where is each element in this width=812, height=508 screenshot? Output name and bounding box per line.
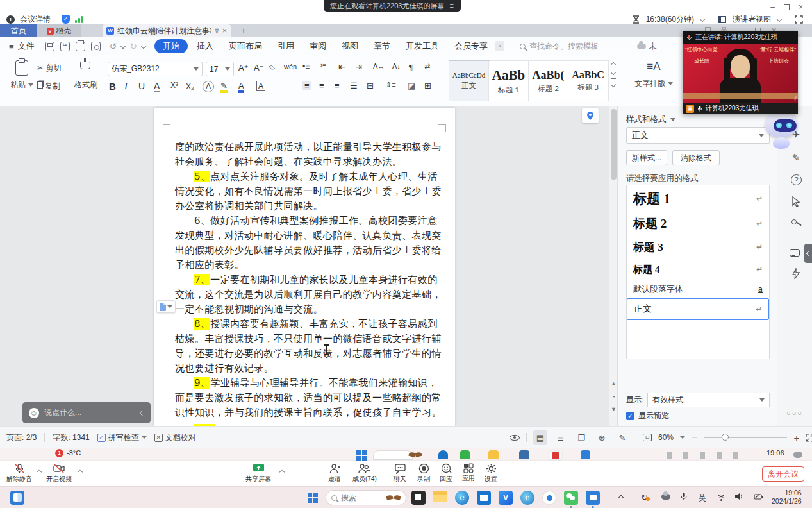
paste-button[interactable]: 粘贴	[6, 60, 37, 90]
bold-icon[interactable]: B	[109, 81, 116, 92]
collapse-panel-handle[interactable]	[804, 244, 812, 263]
key-icon[interactable]	[791, 219, 797, 224]
numbered-list-icon[interactable]: ¹≡	[320, 62, 326, 69]
share-screen-button[interactable]: 共享屏幕	[245, 463, 271, 484]
ms-store-icon[interactable]	[477, 491, 491, 505]
clear-format-icon[interactable]: ▱	[267, 62, 278, 73]
italic-icon[interactable]: I	[124, 81, 128, 92]
character-scale-icon[interactable]: A↔	[373, 62, 385, 70]
tab-home[interactable]: 首页	[0, 24, 37, 37]
mic-options-chevron[interactable]	[37, 470, 42, 475]
volume-icon[interactable]	[734, 493, 743, 502]
edit-pencil-icon[interactable]: ✎	[790, 151, 802, 164]
collapse-chat-icon[interactable]	[140, 410, 145, 415]
font-name-select[interactable]: 仿宋_GB2312	[108, 62, 203, 76]
read-layout-icon[interactable]: ❐	[574, 430, 588, 444]
align-center-icon[interactable]: ≡	[319, 81, 324, 90]
ribbon-tab-会员专享[interactable]: 会员专享	[448, 39, 494, 53]
ribbon-tab-开发工具[interactable]: 开发工具	[399, 39, 445, 53]
members-button[interactable]: 成员(74)	[352, 463, 377, 484]
leave-meeting-button[interactable]: 离开会议	[762, 466, 804, 482]
record-button[interactable]: 录制	[417, 463, 430, 484]
video-options-chevron[interactable]	[78, 470, 83, 475]
text-effects-icon[interactable]: A	[203, 81, 214, 92]
current-style-select[interactable]: 正文	[626, 127, 770, 144]
more-tabs-badge[interactable]: ›	[495, 41, 504, 51]
meeting-quick-chat[interactable]: ☺ 说点什么...	[22, 402, 151, 423]
close-icon[interactable]: ×	[799, 3, 803, 12]
zoom-slider-thumb[interactable]	[722, 434, 729, 441]
print-icon[interactable]	[76, 42, 85, 51]
redo-icon[interactable]: ↻	[129, 41, 137, 51]
shading-icon[interactable]: ◪	[408, 81, 415, 90]
ribbon-tab-引用[interactable]: 引用	[271, 39, 301, 53]
skills-icon[interactable]	[791, 268, 801, 280]
save-icon[interactable]	[45, 42, 54, 51]
show-preview-checkbox[interactable]: ✓	[626, 412, 634, 420]
scrollbar-thumb[interactable]	[611, 109, 617, 180]
font-size-select[interactable]: 17	[206, 62, 234, 76]
remote-search-fragment[interactable]	[373, 450, 413, 460]
word-count[interactable]: 字数: 1341	[53, 432, 89, 443]
ribbon-tab-插入[interactable]: 插入	[190, 39, 220, 53]
sync-tray-icon[interactable]: ↻	[641, 493, 648, 502]
remote-app-fragment[interactable]	[460, 450, 470, 459]
eye-protection-icon[interactable]	[510, 435, 520, 441]
ribbon-tab-页面布局[interactable]: 页面布局	[222, 39, 269, 53]
decrease-font-icon[interactable]: A⁻	[254, 63, 264, 72]
increase-font-icon[interactable]: A⁺	[238, 63, 249, 72]
style-item-默认段落字体[interactable]: 默认段落字体a	[627, 280, 769, 298]
widgets-icon[interactable]	[10, 491, 24, 505]
mic-tray-icon[interactable]	[681, 493, 687, 503]
maximize-icon[interactable]	[784, 4, 790, 10]
select-cursor-icon[interactable]	[791, 196, 800, 207]
tab-docer[interactable]: V 稻壳	[37, 24, 81, 37]
page-view-icon[interactable]: ▤	[533, 430, 547, 444]
wechat-icon[interactable]	[564, 491, 578, 505]
style-item-标题 3[interactable]: 标题 3↵	[627, 235, 769, 258]
pinyin-guide-icon[interactable]: wén	[284, 63, 297, 71]
scroll-down-page-icon[interactable]: ▼	[609, 404, 617, 414]
share-options-chevron[interactable]	[279, 470, 285, 475]
meeting-timer[interactable]: 16:38(60分钟)	[646, 14, 694, 25]
remote-start-fragment[interactable]	[356, 450, 367, 461]
ribbon-tab-章节[interactable]: 章节	[367, 39, 397, 53]
style-item-标题 1[interactable]: 标题 1↵	[627, 185, 769, 212]
remote-app-fragment[interactable]	[438, 450, 448, 459]
file-menu[interactable]: ≡文件	[9, 40, 35, 52]
remote-app-fragment[interactable]	[581, 450, 590, 459]
gallery-up-icon[interactable]	[611, 62, 616, 67]
fullscreen-doc-icon[interactable]	[806, 434, 812, 442]
wps-ai-robot[interactable]	[761, 110, 801, 153]
sort-icon[interactable]: A↓	[392, 62, 401, 70]
tab-document[interactable]: W 红领巾云端陪伴计划注意事项 ⊽ ×	[103, 24, 231, 37]
apps-button[interactable]: 应用	[462, 463, 475, 483]
start-button[interactable]	[308, 493, 319, 504]
taskbar-search[interactable]: 搜索	[326, 490, 406, 505]
spell-check-button[interactable]: ✓ 拼写检查	[97, 432, 147, 443]
export-icon[interactable]	[60, 42, 70, 51]
copy-button[interactable]: 复制	[37, 81, 60, 92]
web-layout-icon[interactable]: ⊕	[595, 430, 609, 444]
strikethrough-icon[interactable]: A	[154, 81, 160, 92]
emoji-icon[interactable]: ☺	[29, 408, 39, 418]
banner-menu-icon[interactable]: ≡	[449, 0, 454, 12]
view-mode-button[interactable]: 演讲者视图	[733, 14, 771, 25]
subscript-icon[interactable]: X₂	[186, 82, 194, 91]
chat-input-placeholder[interactable]: 说点什么...	[44, 407, 81, 418]
page-indicator[interactable]: 页面: 2/3	[6, 432, 37, 443]
fullscreen-icon[interactable]	[795, 15, 803, 24]
underline-icon[interactable]: U	[138, 81, 145, 91]
clear-format-button[interactable]: 清除格式	[672, 150, 720, 165]
start-video-button[interactable]: 开启视频	[46, 463, 72, 484]
remote-app-fragment[interactable]	[549, 450, 563, 461]
new-style-button[interactable]: 新样式...	[626, 150, 667, 165]
close-tab-icon[interactable]: ×	[222, 26, 227, 35]
meeting-details-link[interactable]: 会议详情	[20, 14, 51, 25]
highlight-color-icon[interactable]: ✎	[220, 81, 228, 93]
writing-mode-icon[interactable]: ✎	[615, 430, 629, 444]
line-spacing-icon[interactable]: ⇕≡	[386, 81, 396, 89]
format-painter-button[interactable]: 格式刷	[72, 60, 100, 90]
gallery-more-icon[interactable]	[611, 78, 616, 89]
pin-tab-icon[interactable]: ⊽	[215, 28, 219, 35]
